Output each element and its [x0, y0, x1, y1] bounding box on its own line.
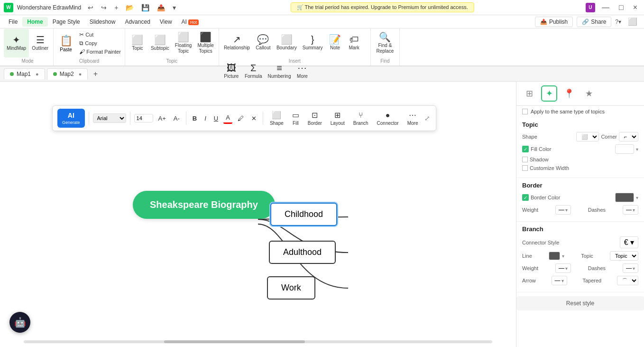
add-tab-btn[interactable]: +: [90, 68, 101, 80]
minimize-btn[interactable]: —: [599, 3, 612, 12]
rp-tab-location[interactable]: 📍: [561, 85, 577, 102]
more-toolbar-btn[interactable]: ⋯ More: [405, 109, 421, 127]
rp-tab-star[interactable]: ★: [581, 85, 597, 102]
undo-btn[interactable]: ↩: [85, 3, 96, 12]
tab-map2[interactable]: Map2 ●: [47, 68, 88, 80]
note-btn[interactable]: 📝 Note: [326, 28, 345, 57]
open-btn[interactable]: 📂: [123, 3, 137, 12]
maximize-btn[interactable]: □: [616, 3, 626, 12]
menu-slideshow[interactable]: Slideshow: [85, 17, 120, 27]
boundary-btn[interactable]: ⬜ Boundary: [274, 28, 300, 57]
border-color-picker[interactable]: [615, 193, 634, 202]
fill-color-checkbox[interactable]: ✓: [522, 146, 529, 152]
format-painter-btn[interactable]: 🖌 Format Painter: [77, 47, 123, 56]
topic-childhood[interactable]: Childhood: [270, 203, 337, 226]
menu-file[interactable]: File: [4, 17, 22, 27]
share-btn[interactable]: 🔗 Share: [577, 17, 611, 27]
branch-line-color[interactable]: [549, 252, 560, 260]
canvas-scrollbar[interactable]: [24, 340, 492, 343]
copy-btn[interactable]: ⧉ Copy: [77, 39, 123, 47]
branch-weight-select[interactable]: —▾: [555, 263, 571, 273]
font-size-down-btn[interactable]: A-: [171, 113, 182, 123]
menu-ai[interactable]: AIHot: [177, 17, 203, 27]
ai-generate-btn[interactable]: AI Generate: [57, 109, 85, 128]
outliner-btn[interactable]: ☰ Outliner: [29, 29, 51, 57]
apply-same-checkbox[interactable]: [522, 109, 528, 114]
branch-tapered-select[interactable]: ⌒: [617, 276, 638, 285]
mindmap-btn[interactable]: ✦ MindMap: [4, 29, 29, 57]
menu-advanced[interactable]: Advanced: [120, 17, 155, 27]
central-node[interactable]: Sheakspeare Biography: [133, 191, 275, 219]
branch-arrow-select[interactable]: —▾: [552, 276, 567, 285]
rp-tab-ai[interactable]: ✦: [541, 85, 557, 102]
branch-line-chevron[interactable]: ▾: [562, 253, 564, 259]
topic-adulthood[interactable]: Adulthood: [269, 241, 336, 264]
find-replace-btn[interactable]: 🔍 Find &Replace: [373, 29, 397, 57]
relationship-btn[interactable]: ↗ Relationship: [221, 28, 253, 57]
border-dashes-select[interactable]: —▾: [623, 205, 638, 215]
callout-btn[interactable]: 💬 Callout: [253, 28, 274, 57]
help-btn[interactable]: ?▾: [615, 19, 621, 25]
canvas[interactable]: AI Generate Arial A+ A- B I U A 🖊 ✕ ⬜ Sh…: [0, 82, 516, 347]
border-color-chevron[interactable]: ▾: [636, 195, 638, 200]
connector-btn[interactable]: ● Connector: [374, 110, 402, 127]
rp-tab-style[interactable]: ⊞: [521, 85, 537, 102]
border-weight-select[interactable]: —▾: [555, 205, 571, 215]
shape-btn[interactable]: ⬜ Shape: [267, 109, 286, 127]
fill-color-picker[interactable]: [615, 144, 634, 154]
topic-btn[interactable]: ⬜ Topic: [127, 29, 148, 57]
clear-format-btn[interactable]: ✕: [249, 113, 259, 123]
fill-btn[interactable]: ▭ Fill: [289, 109, 302, 127]
font-select[interactable]: Arial: [93, 113, 126, 123]
font-color-btn[interactable]: A: [223, 113, 232, 124]
italic-btn[interactable]: I: [202, 113, 209, 123]
shape-select[interactable]: ⬜: [576, 132, 599, 141]
mark-btn[interactable]: 🏷 Mark: [345, 28, 364, 57]
border-color-checkbox[interactable]: ✓: [522, 194, 529, 201]
close-btn[interactable]: ×: [630, 3, 640, 12]
trial-banner[interactable]: 🛒 The trial period has expired. Upgrade …: [291, 2, 474, 12]
fill-color-chevron[interactable]: ▾: [636, 147, 638, 152]
corner-label: Corner: [601, 134, 617, 140]
paste-btn[interactable]: 📋 Paste: [55, 30, 76, 56]
menu-view[interactable]: View: [155, 17, 177, 27]
corner-select[interactable]: ⌐: [619, 132, 638, 141]
menu-page-style[interactable]: Page Style: [48, 17, 85, 27]
toolbar-collapse-btn[interactable]: ⤢: [423, 113, 431, 123]
multiple-topics-btn[interactable]: ⬛ MultipleTopics: [194, 29, 216, 57]
redo-btn[interactable]: ↪: [98, 3, 110, 12]
tab-map2-close[interactable]: ●: [79, 71, 82, 77]
branch-topic-select[interactable]: Topic: [610, 251, 638, 261]
more-btn[interactable]: ▾: [170, 3, 179, 12]
font-size-up-btn[interactable]: A+: [156, 113, 168, 123]
canvas-scrollbar-thumb[interactable]: [164, 340, 304, 343]
underline-btn[interactable]: U: [212, 113, 221, 123]
connector-style-select[interactable]: € ▾: [620, 236, 638, 248]
highlight-btn[interactable]: 🖊: [235, 113, 246, 123]
subtopic-btn[interactable]: ⬜ Subtopic: [148, 29, 172, 57]
new-btn[interactable]: +: [111, 3, 121, 12]
shadow-checkbox[interactable]: [522, 157, 528, 162]
reset-style-btn[interactable]: Reset style: [516, 296, 644, 310]
cut-btn[interactable]: ✂ Cut: [77, 30, 123, 39]
floating-topic-btn[interactable]: ⬜ FloatingTopic: [172, 29, 195, 57]
save-btn[interactable]: 💾: [138, 3, 152, 12]
expand-btn[interactable]: ⬜: [625, 17, 640, 26]
publish-btn[interactable]: 📤 Publish: [535, 17, 573, 27]
bold-btn[interactable]: B: [190, 113, 199, 123]
branch-btn[interactable]: ⑂ Branch: [350, 110, 371, 127]
layout-btn[interactable]: ⊞ Layout: [328, 109, 348, 127]
branch-dashes-select[interactable]: —▾: [623, 263, 638, 273]
topic-work[interactable]: Work: [267, 276, 315, 300]
menu-home[interactable]: Home: [22, 17, 47, 27]
summary-btn[interactable]: } Summary: [300, 28, 326, 57]
font-size-input[interactable]: [134, 114, 153, 122]
title-bar-controls[interactable]: ↩ ↪ + 📂 💾 📤 ▾: [85, 3, 179, 12]
customize-width-checkbox[interactable]: [522, 165, 528, 171]
tab-map1-close[interactable]: ●: [36, 71, 39, 77]
export-btn[interactable]: 📤: [154, 3, 168, 12]
tab-map1[interactable]: Map1 ●: [4, 68, 45, 79]
user-avatar[interactable]: U: [586, 3, 595, 12]
ai-assistant-btn[interactable]: 🤖: [9, 312, 30, 333]
border-btn[interactable]: ⊡ Border: [305, 109, 325, 127]
